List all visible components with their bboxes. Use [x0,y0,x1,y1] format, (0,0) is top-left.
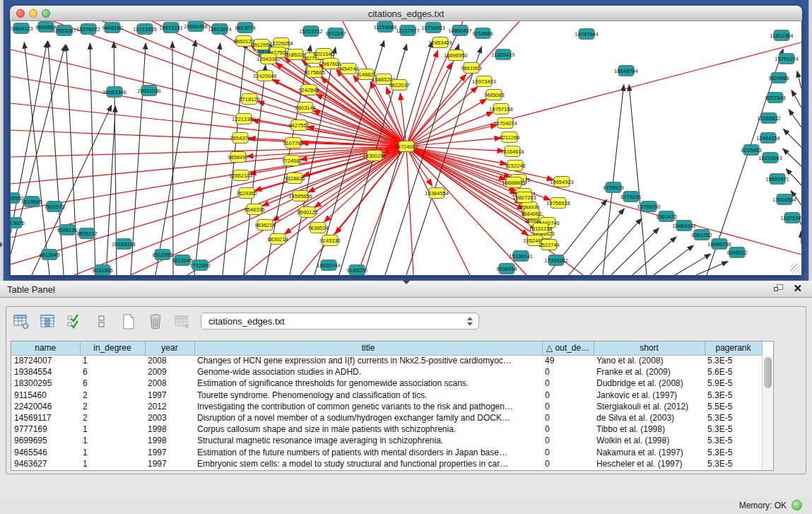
graph-node-yellow[interactable]: 8211266 [500,132,520,143]
graph-node-teal[interactable]: 16046296 [707,239,731,250]
cell-year[interactable]: 2003 [145,412,194,424]
graph-node-yellow[interactable]: 9145336 [319,235,340,246]
cell-in_degree[interactable]: 2 [80,412,145,424]
graph-node-teal[interactable]: 14747944 [575,29,598,40]
black-edge[interactable] [24,42,49,275]
cell-out_degree[interactable]: 0 [542,424,594,435]
graph-node-yellow[interactable]: 9861903 [461,63,481,74]
cell-in_degree[interactable]: 1 [80,355,145,366]
graph-node-yellow[interactable]: 12453409 [428,37,452,48]
cell-name[interactable]: 22420046 [11,401,80,412]
window-resize-grip[interactable] [790,264,800,274]
merge-columns-icon[interactable] [93,313,111,331]
table-row[interactable]: 946362711997Embryonic stem cells: a mode… [11,458,762,469]
black-edge[interactable] [675,254,711,275]
table-row[interactable]: 1872400712008Changes of HCN gene express… [11,355,762,366]
black-edge[interactable] [801,231,801,244]
graph-node-yellow[interactable]: 19654923 [550,177,573,187]
cell-out_degree[interactable]: 0 [542,378,594,389]
vertical-scrollbar[interactable] [762,355,773,470]
graph-node-teal[interactable]: 9245022 [726,247,747,258]
red-edge[interactable] [406,146,553,180]
cell-out_degree[interactable]: 0 [542,401,594,412]
cell-in_degree[interactable]: 2 [80,401,145,412]
cell-name[interactable]: 19384554 [11,366,80,378]
black-edge[interactable] [66,45,78,275]
cell-year[interactable]: 1998 [145,435,194,446]
splitter-handle[interactable] [403,281,410,284]
graph-node-yellow[interactable]: 8830214 [267,234,288,245]
graph-node-teal[interactable]: 3913026 [11,218,25,228]
graph-node-yellow[interactable]: 2718129 [239,94,259,105]
graph-node-teal[interactable]: 9936454 [496,264,517,274]
cell-pagerank[interactable]: 5.3E-5 [705,447,762,458]
graph-node-teal[interactable]: 11325419 [492,49,515,60]
cell-title[interactable]: Disruption of a novel member of a sodium… [194,412,542,424]
table-body[interactable]: 1872400712008Changes of HCN gene express… [11,355,762,469]
graph-node-yellow[interactable]: 16696950 [444,50,467,61]
cell-name[interactable]: 9465546 [11,447,80,458]
cell-name[interactable]: 18724007 [11,355,80,366]
cell-name[interactable]: 9463627 [11,458,80,469]
graph-node-teal[interactable]: 8759929 [603,182,623,193]
cell-year[interactable]: 1997 [145,390,194,401]
cell-name[interactable]: 9115460 [11,390,80,401]
cell-pagerank[interactable]: 5.3E-5 [705,412,762,424]
graph-node-teal[interactable]: 9145220 [346,265,367,276]
graph-node-teal[interactable]: 7501573 [44,201,64,212]
red-edge[interactable] [11,146,406,238]
graph-node-teal[interactable]: 10553287 [52,25,76,36]
graph-node-yellow[interactable]: 9107788 [283,138,303,148]
cell-short[interactable]: Tibbo et al. (1998) [594,424,705,435]
graph-node-yellow[interactable]: 8201546 [313,49,334,59]
graph-node-teal[interactable]: 9572247 [325,28,346,39]
column-header-short[interactable]: short [594,341,705,355]
black-edge[interactable] [611,228,659,275]
graph-node-yellow[interactable]: 8427552 [288,120,309,131]
graph-node-teal[interactable]: 16671231 [159,23,182,33]
black-edge[interactable] [48,41,64,275]
select-all-icon[interactable] [66,313,84,331]
table-panel-header[interactable]: Table Panel ✕ [0,281,812,298]
black-edge[interactable] [603,85,624,275]
cell-out_degree[interactable]: 0 [542,412,594,424]
cell-title[interactable]: Corpus callosum shape and size in male p… [194,424,542,435]
cell-in_degree[interactable]: 6 [80,378,145,389]
cell-out_degree[interactable]: 0 [542,447,594,458]
table-row[interactable]: 1938455462009Genome-wide association stu… [11,366,762,378]
black-edge[interactable] [632,237,676,275]
black-edge[interactable] [696,262,728,275]
cell-year[interactable]: 2008 [145,355,194,366]
graph-node-teal[interactable]: 12093832 [757,113,780,124]
cell-in_degree[interactable]: 1 [80,424,145,435]
cell-short[interactable]: Wolkin et al. (1998) [594,435,705,446]
graph-node-teal[interactable]: 8505137 [76,228,97,239]
cell-in_degree[interactable]: 2 [80,390,145,401]
graph-node-teal[interactable]: 11154088 [374,22,396,33]
cell-out_degree[interactable]: 49 [542,355,594,366]
graph-node-teal[interactable]: 18513074 [208,24,231,35]
column-visibility-icon[interactable] [39,313,57,331]
red-edge[interactable] [11,130,406,146]
graph-node-teal[interactable]: 9505136 [57,225,77,235]
red-edge[interactable] [406,99,487,146]
graph-node-yellow[interactable]: 12213389 [232,114,255,124]
table-row[interactable]: 1456911722003Disruption of a novel membe… [11,412,762,424]
graph-node-teal[interactable]: 9329966 [768,73,789,83]
black-edge[interactable] [569,209,624,275]
cell-title[interactable]: Structural magnetic resonance image aver… [194,435,542,446]
graph-node-yellow[interactable]: 12652104 [229,170,252,181]
black-edge[interactable] [792,90,801,107]
cell-in_degree[interactable]: 1 [80,435,145,446]
cell-pagerank[interactable]: 5.5E-5 [705,401,762,412]
graph-node-yellow[interactable]: 7854374 [230,133,250,144]
graph-node-teal[interactable]: 15276072 [76,24,100,35]
cell-in_degree[interactable]: 6 [80,366,145,378]
graph-node-teal[interactable]: 17334262 [544,255,567,266]
cell-short[interactable]: Nakamura et al. (1997) [594,447,705,458]
graph-node-teal[interactable]: 15692971 [765,174,789,185]
red-edge[interactable] [406,50,437,146]
cell-in_degree[interactable]: 1 [80,447,145,458]
red-edge[interactable] [74,146,406,275]
graph-node-teal[interactable]: 11675345 [781,213,801,223]
